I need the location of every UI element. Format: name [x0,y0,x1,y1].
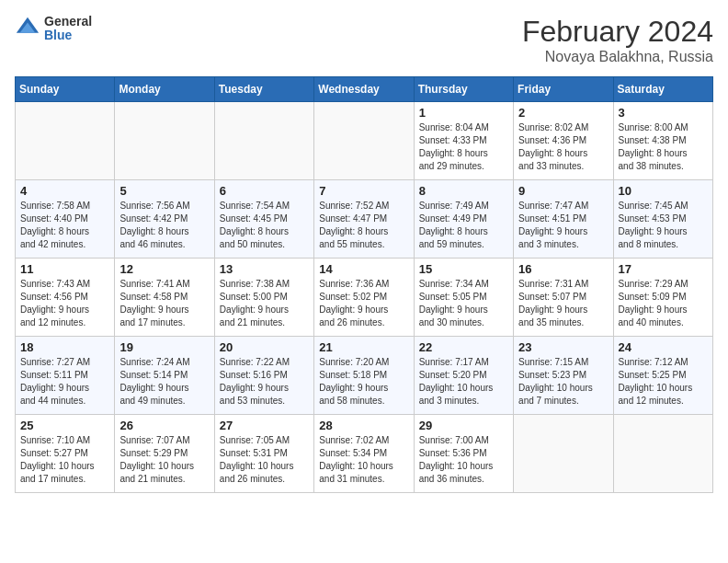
calendar-cell: 26Sunrise: 7:07 AM Sunset: 5:29 PM Dayli… [115,415,214,493]
day-number: 23 [518,340,608,354]
calendar-cell: 1Sunrise: 8:04 AM Sunset: 4:33 PM Daylig… [414,102,513,180]
header-row: Sunday Monday Tuesday Wednesday Thursday… [16,77,713,102]
day-number: 4 [20,184,109,198]
header-friday: Friday [514,77,613,102]
page-header: General Blue February 2024 Novaya Balakh… [15,15,713,65]
day-info: Sunrise: 8:04 AM Sunset: 4:33 PM Dayligh… [419,121,508,173]
day-number: 6 [220,184,309,198]
day-number: 29 [419,419,508,432]
header-saturday: Saturday [613,77,712,102]
calendar-cell: 3Sunrise: 8:00 AM Sunset: 4:38 PM Daylig… [613,102,712,180]
day-info: Sunrise: 7:12 AM Sunset: 5:25 PM Dayligh… [619,356,708,408]
day-number: 17 [619,262,708,276]
day-number: 16 [518,262,608,276]
title-block: February 2024 Novaya Balakhna, Russia [522,15,713,65]
calendar-week-1: 1Sunrise: 8:04 AM Sunset: 4:33 PM Daylig… [16,102,713,180]
day-number: 12 [119,262,209,276]
calendar-cell: 27Sunrise: 7:05 AM Sunset: 5:31 PM Dayli… [214,415,313,493]
calendar-cell [514,415,613,493]
calendar-header: Sunday Monday Tuesday Wednesday Thursday… [16,77,713,102]
calendar-cell: 28Sunrise: 7:02 AM Sunset: 5:34 PM Dayli… [314,415,414,493]
logo-icon [15,16,40,41]
calendar-table: Sunday Monday Tuesday Wednesday Thursday… [15,76,713,493]
location: Novaya Balakhna, Russia [522,49,713,65]
calendar-cell: 7Sunrise: 7:52 AM Sunset: 4:47 PM Daylig… [314,180,414,259]
day-number: 2 [518,106,608,120]
calendar-body: 1Sunrise: 8:04 AM Sunset: 4:33 PM Daylig… [16,102,713,493]
day-info: Sunrise: 8:02 AM Sunset: 4:36 PM Dayligh… [518,121,608,173]
day-number: 8 [419,184,508,198]
header-thursday: Thursday [414,77,513,102]
day-info: Sunrise: 7:02 AM Sunset: 5:34 PM Dayligh… [319,434,408,486]
header-monday: Monday [115,77,214,102]
day-number: 25 [20,419,109,432]
day-info: Sunrise: 7:54 AM Sunset: 4:45 PM Dayligh… [220,200,309,251]
logo: General Blue [15,15,92,43]
day-info: Sunrise: 7:56 AM Sunset: 4:42 PM Dayligh… [119,200,209,251]
calendar-cell: 10Sunrise: 7:45 AM Sunset: 4:53 PM Dayli… [613,180,712,259]
calendar-cell: 29Sunrise: 7:00 AM Sunset: 5:36 PM Dayli… [414,415,513,493]
day-info: Sunrise: 7:49 AM Sunset: 4:49 PM Dayligh… [419,200,508,251]
calendar-cell: 9Sunrise: 7:47 AM Sunset: 4:51 PM Daylig… [514,180,613,259]
day-info: Sunrise: 7:07 AM Sunset: 5:29 PM Dayligh… [119,434,209,486]
logo-text: General Blue [44,15,92,43]
calendar-cell: 21Sunrise: 7:20 AM Sunset: 5:18 PM Dayli… [314,337,414,415]
day-info: Sunrise: 7:17 AM Sunset: 5:20 PM Dayligh… [419,356,508,408]
header-tuesday: Tuesday [214,77,313,102]
day-info: Sunrise: 7:27 AM Sunset: 5:11 PM Dayligh… [20,356,109,408]
day-info: Sunrise: 7:31 AM Sunset: 5:07 PM Dayligh… [518,278,608,329]
day-number: 1 [419,106,508,120]
day-info: Sunrise: 7:36 AM Sunset: 5:02 PM Dayligh… [319,278,408,329]
calendar-cell [115,102,214,180]
day-number: 22 [419,340,508,354]
calendar-cell: 17Sunrise: 7:29 AM Sunset: 5:09 PM Dayli… [613,259,712,337]
header-sunday: Sunday [16,77,115,102]
day-info: Sunrise: 7:52 AM Sunset: 4:47 PM Dayligh… [319,200,408,251]
day-number: 7 [319,184,408,198]
day-number: 18 [20,340,109,354]
day-info: Sunrise: 7:22 AM Sunset: 5:16 PM Dayligh… [220,356,309,408]
calendar-cell: 6Sunrise: 7:54 AM Sunset: 4:45 PM Daylig… [214,180,313,259]
calendar-cell: 14Sunrise: 7:36 AM Sunset: 5:02 PM Dayli… [314,259,414,337]
day-info: Sunrise: 7:24 AM Sunset: 5:14 PM Dayligh… [119,356,209,408]
day-number: 15 [419,262,508,276]
day-info: Sunrise: 7:45 AM Sunset: 4:53 PM Dayligh… [619,200,708,251]
calendar-week-4: 18Sunrise: 7:27 AM Sunset: 5:11 PM Dayli… [16,337,713,415]
calendar-cell: 8Sunrise: 7:49 AM Sunset: 4:49 PM Daylig… [414,180,513,259]
day-info: Sunrise: 7:38 AM Sunset: 5:00 PM Dayligh… [220,278,309,329]
day-info: Sunrise: 7:29 AM Sunset: 5:09 PM Dayligh… [619,278,708,329]
calendar-cell: 20Sunrise: 7:22 AM Sunset: 5:16 PM Dayli… [214,337,313,415]
day-number: 21 [319,340,408,354]
calendar-cell: 24Sunrise: 7:12 AM Sunset: 5:25 PM Dayli… [613,337,712,415]
day-number: 28 [319,419,408,432]
calendar-week-3: 11Sunrise: 7:43 AM Sunset: 4:56 PM Dayli… [16,259,713,337]
month-title: February 2024 [522,15,713,49]
day-info: Sunrise: 7:58 AM Sunset: 4:40 PM Dayligh… [20,200,109,251]
calendar-cell [314,102,414,180]
day-number: 20 [220,340,309,354]
day-number: 5 [119,184,209,198]
calendar-cell: 11Sunrise: 7:43 AM Sunset: 4:56 PM Dayli… [16,259,115,337]
day-number: 13 [220,262,309,276]
logo-general-text: General [44,15,92,29]
day-info: Sunrise: 7:10 AM Sunset: 5:27 PM Dayligh… [20,434,109,486]
logo-blue-text: Blue [44,29,92,42]
header-wednesday: Wednesday [314,77,414,102]
day-number: 27 [220,419,309,432]
calendar-cell: 13Sunrise: 7:38 AM Sunset: 5:00 PM Dayli… [214,259,313,337]
day-info: Sunrise: 7:05 AM Sunset: 5:31 PM Dayligh… [220,434,309,486]
calendar-cell: 19Sunrise: 7:24 AM Sunset: 5:14 PM Dayli… [115,337,214,415]
day-number: 11 [20,262,109,276]
calendar-week-2: 4Sunrise: 7:58 AM Sunset: 4:40 PM Daylig… [16,180,713,259]
calendar-week-5: 25Sunrise: 7:10 AM Sunset: 5:27 PM Dayli… [16,415,713,493]
calendar-cell: 18Sunrise: 7:27 AM Sunset: 5:11 PM Dayli… [16,337,115,415]
day-number: 26 [119,419,209,432]
day-info: Sunrise: 8:00 AM Sunset: 4:38 PM Dayligh… [619,121,708,173]
day-number: 19 [119,340,209,354]
calendar-cell: 22Sunrise: 7:17 AM Sunset: 5:20 PM Dayli… [414,337,513,415]
day-number: 3 [619,106,708,120]
day-number: 14 [319,262,408,276]
day-info: Sunrise: 7:20 AM Sunset: 5:18 PM Dayligh… [319,356,408,408]
calendar-cell: 2Sunrise: 8:02 AM Sunset: 4:36 PM Daylig… [514,102,613,180]
calendar-cell: 16Sunrise: 7:31 AM Sunset: 5:07 PM Dayli… [514,259,613,337]
